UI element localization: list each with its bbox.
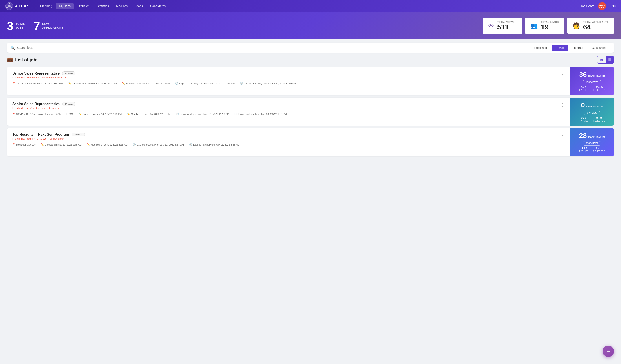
stats-cards: 👁 TOTAL VIEWS 511 👥 TOTAL LEADS 19 🧑 TOT… [483,17,614,34]
candidates-num-0: 36 [579,70,587,79]
list-view-toggle[interactable]: ☰ [606,56,614,63]
total-jobs-num: 3 [7,20,13,32]
search-input[interactable] [17,43,530,52]
jobs-section: 💼 List of jobs ⊞ ☰ Senior Sales Represen… [0,56,621,166]
nav-modules[interactable]: Modules [113,3,131,9]
job-subtitle-2: French title: Programme Relève - Top Rec… [12,137,565,140]
edit-icon-1: ✏️ [127,113,130,116]
job-subtitle-0: French title: Représentant des ventes sé… [12,76,565,79]
job-created-1: Created on June 14, 2022 12:16 PM [83,113,121,116]
rejected-label-0: Rejected [593,89,605,91]
job-card: Senior Sales Representative Private Fren… [7,98,614,126]
pen-icon-2: ✏️ [41,143,44,146]
filter-published[interactable]: Published [530,45,551,51]
applied-label-1: Applied [579,120,588,122]
leads-icon: 👥 [530,22,538,30]
job-badge-0: Private [62,71,75,75]
rejected-label-2: Rejected [593,150,605,152]
filter-private[interactable]: Private [552,45,569,51]
pen-icon-1: ✏️ [79,113,82,116]
job-stats-panel-0: 36 CANDIDATES 173 VIEWS 0 / 0 Applied 33… [570,67,614,95]
views-badge-0: 173 VIEWS [583,80,602,84]
total-jobs-stat: 3 TOTAL JOBS [7,20,25,32]
location-icon: 📍 [12,82,15,85]
job-board-label: Job Board [581,4,595,8]
svg-point-1 [8,5,11,7]
nav-statistics[interactable]: Statistics [94,3,112,9]
filter-outsourced[interactable]: Outsourced [588,45,610,51]
total-views-card: 👁 TOTAL VIEWS 511 [483,17,522,34]
navbar-right: Job Board WORKCAND EN ▾ [581,2,616,10]
job-modified-2: Modified on June 7, 2022 8:25 AM [91,143,128,146]
clock2-icon-1: 🕐 [234,113,238,116]
candidates-num-2: 28 [579,132,587,140]
clock2-icon: 🕐 [240,82,243,85]
job-expires-ext-0: Expires externally on November 30, 2022 … [179,82,235,85]
job-modified-0: Modified on November 23, 2022 4:02 PM [126,82,170,85]
total-jobs-label: TOTAL [16,22,25,26]
header-section: 3 TOTAL JOBS 7 NEW APPLICATIONS 👁 TOTAL … [0,12,621,39]
nav-my-jobs[interactable]: My Jobs [56,3,74,9]
total-applicants-card: 🧑 TOTAL APPLICANTS 64 [567,17,614,34]
jobs-header: 💼 List of jobs ⊞ ☰ [7,56,614,64]
avatar[interactable]: WORKCAND [598,2,606,10]
job-created-0: Created on September 9, 2019 12:07 PM [72,82,117,85]
job-more-button-1[interactable]: ⋮ [559,101,567,108]
briefcase-icon: 💼 [7,57,13,63]
clock-icon: 🕐 [175,82,178,85]
new-apps-sublabel: APPLICATIONS [42,26,63,30]
total-leads-value: 19 [541,23,559,31]
job-meta-1: 📍 800-Rue De Sève, Sainte-Thérèse, Québe… [12,113,565,116]
logo: ATLAS [5,2,30,10]
new-apps-label: NEW [42,22,63,26]
nav-planning[interactable]: Planning [37,3,55,9]
edit-icon-2: ✏️ [87,143,90,146]
filter-internal[interactable]: Internal [569,45,587,51]
job-meta-0: 📍 33-Rue Prince, Montréal, Québec H3C 2M… [12,82,565,85]
clock2-icon-2: 🕐 [189,143,192,146]
header-left: 3 TOTAL JOBS 7 NEW APPLICATIONS [7,20,63,32]
job-subtitle-1: French title: Représentant des ventes ju… [12,107,565,109]
job-title-1: Senior Sales Representative [12,102,60,106]
job-more-button-0[interactable]: ⋮ [559,70,567,78]
total-applicants-value: 64 [583,23,609,31]
applied-0: 0 / 0 [579,86,588,89]
job-location-2: Montréal, Québec [16,143,35,146]
svg-point-3 [11,7,12,8]
grid-view-toggle[interactable]: ⊞ [598,56,606,63]
job-more-button-2[interactable]: ⋮ [559,132,567,139]
job-title-0: Senior Sales Representative [12,71,60,75]
total-views-value: 511 [497,23,515,31]
nav-menu: Planning My Jobs Diffusion Statistics Mo… [37,3,581,9]
applied-2: 18 / 6 [579,147,588,150]
applied-label-2: Applied [579,150,588,152]
nav-candidates[interactable]: Candidates [147,3,169,9]
job-badge-2: Private [72,132,85,136]
svg-point-4 [6,7,8,8]
clock-icon-2: 🕐 [133,143,136,146]
nav-leads[interactable]: Leads [132,3,146,9]
candidates-label-2: CANDIDATES [588,136,605,138]
candidates-num-1: 0 [581,101,585,109]
job-card-main-1: Senior Sales Representative Private Fren… [7,98,570,126]
jobs-title-text: List of jobs [15,57,39,62]
lang-selector[interactable]: EN ▾ [610,4,616,8]
views-badge-2: 338 VIEWS [583,141,602,146]
job-meta-2: 📍 Montréal, Québec ✏️ Created on May 12,… [12,143,565,146]
rejected-0: 33 / 0 [593,86,605,89]
total-leads-card: 👥 TOTAL LEADS 19 [525,17,565,34]
applicants-icon: 🧑 [572,22,580,30]
applied-1: 0 / 0 [579,116,588,120]
pen-icon: ✏️ [69,82,71,85]
job-location-0: 33-Rue Prince, Montréal, Québec H3C 2M7 [16,82,63,85]
search-icon: 🔍 [11,46,15,50]
location-icon-1: 📍 [12,113,15,116]
clock-icon-1: 🕐 [176,113,179,116]
navbar: ATLAS Planning My Jobs Diffusion Statist… [0,0,621,12]
filter-tabs: Published Private Internal Outsourced [530,43,610,52]
job-modified-1: Modified on June 14, 2022 12:16 PM [131,113,171,116]
location-icon-2: 📍 [12,143,15,146]
nav-diffusion[interactable]: Diffusion [75,3,93,9]
applied-label-0: Applied [579,89,588,91]
job-created-2: Created on May 12, 2022 9:45 AM [45,143,82,146]
